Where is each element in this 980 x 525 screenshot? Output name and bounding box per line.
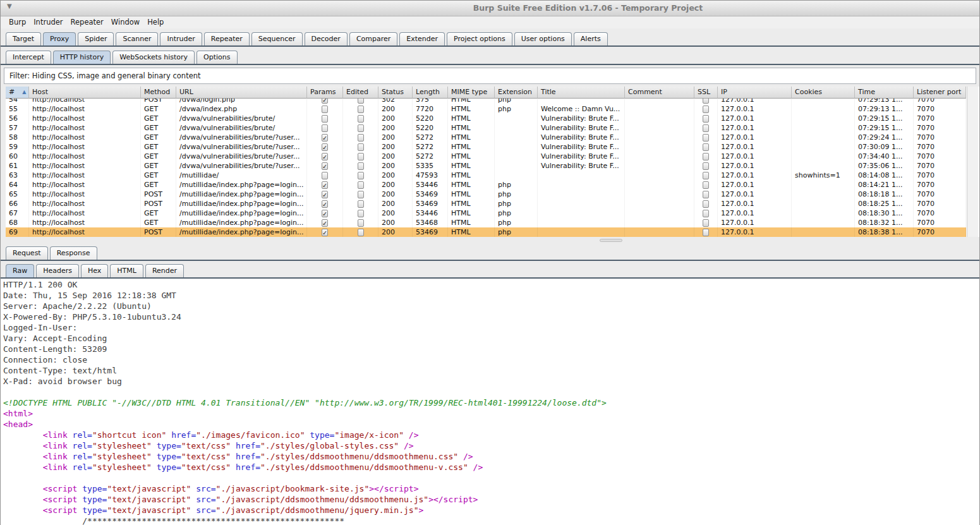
cell-port: 7070 — [914, 161, 966, 171]
tab-hex[interactable]: Hex — [81, 264, 108, 277]
tab-intercept[interactable]: Intercept — [6, 51, 51, 64]
table-vertical-scrollbar[interactable] — [967, 87, 978, 237]
column-header-num[interactable]: #▲ — [6, 87, 29, 99]
column-header-ssl[interactable]: SSL — [694, 87, 718, 99]
cell-port: 7070 — [914, 104, 966, 114]
column-header-cookies[interactable]: Cookies — [792, 87, 855, 99]
table-row[interactable]: 60http://localhostGET/dvwa/vulnerabiliti… — [6, 152, 966, 161]
tab-html[interactable]: HTML — [110, 264, 143, 277]
cell-status: 200 — [378, 123, 413, 133]
cell-mime: HTML — [448, 199, 495, 208]
column-header-title[interactable]: Title — [538, 87, 625, 99]
tab-render[interactable]: Render — [145, 264, 184, 277]
column-header-mime-type[interactable]: MIME type — [448, 87, 495, 99]
tab-websockets-history[interactable]: WebSockets history — [112, 51, 195, 64]
ssl-checkbox — [703, 99, 709, 104]
table-row[interactable]: 63http://localhostGET/mutillidae/2004759… — [6, 171, 966, 180]
tab-project-options[interactable]: Project options — [447, 32, 512, 45]
table-row[interactable]: 67http://localhostGET/mutillidae/index.p… — [6, 208, 966, 218]
cell-url: /mutillidae/index.php?page=login... — [176, 190, 307, 199]
tab-decoder[interactable]: Decoder — [305, 32, 348, 45]
menu-bar: BurpIntruderRepeaterWindowHelp — [1, 16, 979, 28]
filter-bar[interactable]: Filter: Hiding CSS, image and general bi… — [4, 68, 976, 84]
column-header-time[interactable]: Time — [855, 87, 914, 99]
tab-request[interactable]: Request — [6, 246, 48, 260]
split-divider[interactable] — [1, 237, 979, 244]
column-header-comment[interactable]: Comment — [625, 87, 694, 99]
cell-cookies — [792, 142, 855, 152]
cell-cookies — [792, 152, 855, 161]
menu-repeater[interactable]: Repeater — [67, 16, 107, 28]
cell-mime: HTML — [448, 180, 495, 190]
column-header-edited[interactable]: Edited — [343, 87, 378, 99]
tab-comparer[interactable]: Comparer — [349, 32, 397, 45]
cell-method: GET — [141, 171, 176, 180]
tab-http-history[interactable]: HTTP history — [53, 51, 111, 64]
cell-mime: HTML — [448, 227, 495, 237]
column-header-status[interactable]: Status — [378, 87, 413, 99]
tab-user-options[interactable]: User options — [514, 32, 572, 45]
column-header-host[interactable]: Host — [29, 87, 141, 99]
cell-url: /mutillidae/index.php?page=login... — [176, 199, 307, 208]
cell-host: http://localhost — [29, 199, 141, 208]
cell-ext: php — [495, 218, 538, 227]
tab-repeater[interactable]: Repeater — [204, 32, 250, 45]
table-row[interactable]: 65http://localhostPOST/mutillidae/index.… — [6, 190, 966, 199]
tab-raw[interactable]: Raw — [6, 264, 34, 277]
table-row[interactable]: 64http://localhostGET/mutillidae/index.p… — [6, 180, 966, 190]
cell-edited — [343, 99, 378, 104]
tab-alerts[interactable]: Alerts — [574, 32, 608, 45]
cell-cookies — [792, 123, 855, 133]
table-row[interactable]: 54http://localhostPOST/dvwa/login.php302… — [6, 99, 966, 104]
column-header-extension[interactable]: Extension — [495, 87, 538, 99]
edited-checkbox — [358, 99, 364, 104]
table-row[interactable]: 56http://localhostGET/dvwa/vulnerabiliti… — [6, 114, 966, 123]
column-header-length[interactable]: Length — [413, 87, 448, 99]
response-line: X-Powered-By: PHP/5.3.10-1ubuntu3.24 — [3, 311, 979, 322]
cell-params — [307, 161, 343, 171]
tab-extender[interactable]: Extender — [399, 32, 445, 45]
column-header-url[interactable]: URL — [176, 87, 307, 99]
table-row[interactable]: 69http://localhostPOST/mutillidae/index.… — [6, 227, 966, 237]
table-row[interactable]: 55http://localhostGET/dvwa/index.php2007… — [6, 104, 966, 114]
column-header-params[interactable]: Params — [307, 87, 343, 99]
tab-scanner[interactable]: Scanner — [116, 32, 158, 45]
table-row[interactable]: 58http://localhostGET/dvwa/vulnerabiliti… — [6, 133, 966, 142]
menu-window[interactable]: Window — [107, 16, 143, 28]
table-row[interactable]: 66http://localhostPOST/mutillidae/index.… — [6, 199, 966, 208]
cell-url: /dvwa/login.php — [176, 99, 307, 104]
cell-cookies — [792, 114, 855, 123]
table-row[interactable]: 68http://localhostGET/mutillidae/index.p… — [6, 218, 966, 227]
table-row[interactable]: 59http://localhostGET/dvwa/vulnerabiliti… — [6, 142, 966, 152]
cell-mime: HTML — [448, 99, 495, 104]
cell-status: 200 — [378, 218, 413, 227]
tab-options[interactable]: Options — [197, 51, 237, 64]
cell-title — [538, 208, 625, 218]
tab-proxy[interactable]: Proxy — [43, 32, 76, 45]
cell-port: 7070 — [914, 180, 966, 190]
menu-help[interactable]: Help — [143, 16, 167, 28]
menu-intruder[interactable]: Intruder — [30, 16, 66, 28]
tab-sequencer[interactable]: Sequencer — [251, 32, 303, 45]
cell-method: GET — [141, 104, 176, 114]
params-checkbox — [322, 134, 328, 142]
tab-response[interactable]: Response — [50, 246, 97, 260]
column-header-ip[interactable]: IP — [718, 87, 792, 99]
tab-spider[interactable]: Spider — [78, 32, 114, 45]
column-header-listener-port[interactable]: Listener port — [914, 87, 966, 99]
cell-id: 60 — [6, 152, 29, 161]
response-line: HTTP/1.1 200 OK — [3, 279, 979, 290]
menu-burp[interactable]: Burp — [5, 16, 30, 28]
tab-intruder[interactable]: Intruder — [160, 32, 202, 45]
edited-checkbox — [358, 219, 364, 227]
edited-checkbox — [358, 143, 364, 151]
tab-target[interactable]: Target — [6, 32, 41, 45]
table-row[interactable]: 61http://localhostGET/dvwa/vulnerabiliti… — [6, 161, 966, 171]
response-line: <link rel="shortcut icon" href="./images… — [3, 430, 979, 440]
table-row[interactable]: 57http://localhostGET/dvwa/vulnerabiliti… — [6, 123, 966, 133]
column-header-method[interactable]: Method — [141, 87, 176, 99]
tab-headers[interactable]: Headers — [36, 264, 79, 277]
response-raw-view[interactable]: HTTP/1.1 200 OKDate: Thu, 15 Sep 2016 12… — [1, 279, 979, 525]
window-menu-icon[interactable]: ▼ — [7, 3, 12, 9]
cell-method: GET — [141, 180, 176, 190]
